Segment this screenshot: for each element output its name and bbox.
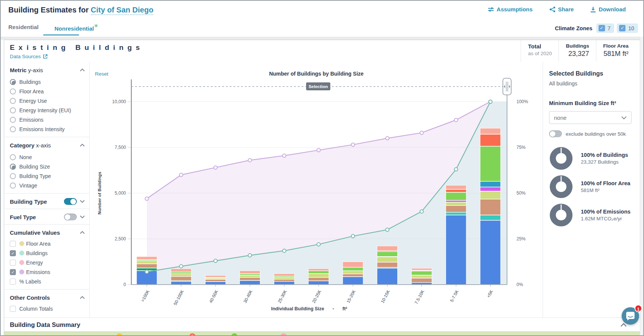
- radio-energy-use[interactable]: Energy Use: [10, 96, 85, 105]
- radio-button[interactable]: [10, 79, 16, 85]
- bar-segment[interactable]: [411, 278, 432, 282]
- bar-segment[interactable]: [171, 274, 191, 276]
- bar-segment[interactable]: [240, 275, 260, 277]
- section-header-fuel-type[interactable]: Fuel Type: [10, 213, 85, 221]
- bar-segment[interactable]: [205, 278, 226, 279]
- cumulative-emissions-marker[interactable]: [283, 154, 286, 157]
- min-size-select[interactable]: none: [549, 111, 632, 124]
- radio-button[interactable]: [10, 173, 16, 179]
- bar-segment[interactable]: [480, 191, 501, 199]
- radio-button[interactable]: [10, 183, 16, 189]
- radio-button[interactable]: [10, 164, 16, 170]
- bar-segment[interactable]: [308, 269, 329, 271]
- radio-button[interactable]: [10, 126, 16, 132]
- bar-segment[interactable]: [411, 271, 432, 275]
- bar-segment[interactable]: [480, 146, 501, 181]
- bar-segment[interactable]: [205, 276, 226, 277]
- section-header-category[interactable]: Category x-axis: [10, 141, 85, 149]
- cumulative-emissions-marker[interactable]: [351, 143, 355, 146]
- bar-segment[interactable]: [240, 280, 260, 284]
- bar-segment[interactable]: [171, 282, 191, 285]
- bar-segment[interactable]: [274, 282, 294, 285]
- bar-segment[interactable]: [446, 206, 466, 212]
- bar-segment[interactable]: [446, 200, 466, 202]
- radio-button[interactable]: [10, 154, 16, 160]
- tab-nonresidential[interactable]: Nonresidential: [54, 24, 98, 32]
- checkbox[interactable]: [10, 306, 16, 312]
- cumulative-buildings-marker[interactable]: [489, 100, 492, 104]
- bar-segment[interactable]: [480, 199, 501, 215]
- cumulative-emissions-marker[interactable]: [179, 173, 183, 177]
- checkbox[interactable]: [10, 260, 16, 266]
- bar-segment[interactable]: [308, 277, 329, 281]
- bar-segment[interactable]: [480, 187, 501, 191]
- cumulative-buildings-marker[interactable]: [454, 168, 458, 171]
- assumptions-button[interactable]: Assumptions: [488, 6, 533, 12]
- chevron-up-icon[interactable]: [80, 144, 85, 147]
- bar-segment[interactable]: [446, 215, 466, 284]
- reset-link[interactable]: Reset: [95, 71, 109, 77]
- download-button[interactable]: Download: [590, 6, 626, 12]
- bar-segment[interactable]: [240, 274, 260, 275]
- bar-segment[interactable]: [446, 212, 466, 215]
- exclude-50k-toggle[interactable]: [549, 130, 562, 137]
- bar-segment[interactable]: [377, 251, 398, 252]
- bar-segment[interactable]: [137, 257, 157, 260]
- bar-segment[interactable]: [274, 276, 294, 277]
- city-link[interactable]: City of San Diego: [91, 6, 154, 15]
- bar-segment[interactable]: [205, 277, 226, 278]
- cumulative-emissions-marker[interactable]: [386, 136, 389, 140]
- bar-segment[interactable]: [480, 134, 501, 146]
- collapse-chevron-icon[interactable]: [620, 323, 627, 327]
- chevron-up-icon[interactable]: [80, 296, 85, 299]
- cumulative-buildings-marker[interactable]: [145, 270, 149, 274]
- radio-emissions-intensity[interactable]: Emissions Intensity: [10, 124, 85, 134]
- bar-segment[interactable]: [274, 279, 294, 281]
- checkbox-column-totals[interactable]: Column Totals: [10, 304, 85, 313]
- section-header-cumulative-values[interactable]: Cumulative Values: [10, 228, 85, 237]
- bar-segment[interactable]: [240, 271, 260, 274]
- bar-segment[interactable]: [137, 261, 157, 264]
- bar-segment[interactable]: [411, 268, 432, 270]
- checkbox-buildings[interactable]: ✓Buildings: [10, 248, 85, 258]
- bar-segment[interactable]: [205, 279, 226, 281]
- checkbox[interactable]: [10, 241, 16, 247]
- scrollbar-track[interactable]: [640, 37, 643, 336]
- radio-button[interactable]: [10, 117, 16, 123]
- bar-segment[interactable]: [480, 220, 501, 284]
- cumulative-emissions-marker[interactable]: [145, 197, 149, 200]
- fuel-type-toggle[interactable]: [64, 214, 77, 220]
- radio-emissions[interactable]: Emissions: [10, 115, 85, 124]
- bar-segment[interactable]: [377, 246, 398, 251]
- bar-segment[interactable]: [343, 262, 363, 268]
- radio-button[interactable]: [10, 88, 16, 94]
- radio-vintage[interactable]: Vintage: [10, 181, 85, 190]
- bar-segment[interactable]: [343, 277, 363, 284]
- checkbox-emissions[interactable]: ✓Emissions: [10, 267, 85, 277]
- exclude-50k-toggle-row[interactable]: exclude buildings over 50k: [549, 130, 633, 137]
- bar-segment[interactable]: [377, 268, 398, 268]
- chevron-down-icon[interactable]: [80, 200, 85, 203]
- cumulative-buildings-marker[interactable]: [386, 228, 389, 231]
- cumulative-buildings-marker[interactable]: [179, 265, 183, 268]
- radio-building-type[interactable]: Building Type: [10, 171, 85, 181]
- checkbox-checked-icon[interactable]: ✓: [599, 25, 605, 31]
- cumulative-emissions-marker[interactable]: [454, 118, 458, 122]
- bar-segment[interactable]: [480, 128, 501, 134]
- bar-segment[interactable]: [411, 275, 432, 278]
- bar-segment[interactable]: [446, 192, 466, 200]
- bar-segment[interactable]: [377, 252, 398, 257]
- bar-segment[interactable]: [480, 215, 501, 220]
- bar-segment[interactable]: [274, 274, 294, 276]
- bar-segment[interactable]: [240, 277, 260, 280]
- bar-segment[interactable]: [377, 268, 398, 285]
- tab-residential[interactable]: Residential: [8, 24, 39, 32]
- cumulative-emissions-marker[interactable]: [420, 131, 423, 135]
- checkbox-floor-area[interactable]: Floor Area: [10, 239, 85, 248]
- cumulative-emissions-marker[interactable]: [214, 166, 217, 169]
- bar-segment[interactable]: [137, 260, 157, 260]
- bar-segment[interactable]: [446, 202, 466, 205]
- bar-segment[interactable]: [343, 274, 363, 277]
- cumulative-emissions-marker[interactable]: [317, 149, 320, 152]
- bar-segment[interactable]: [171, 269, 191, 272]
